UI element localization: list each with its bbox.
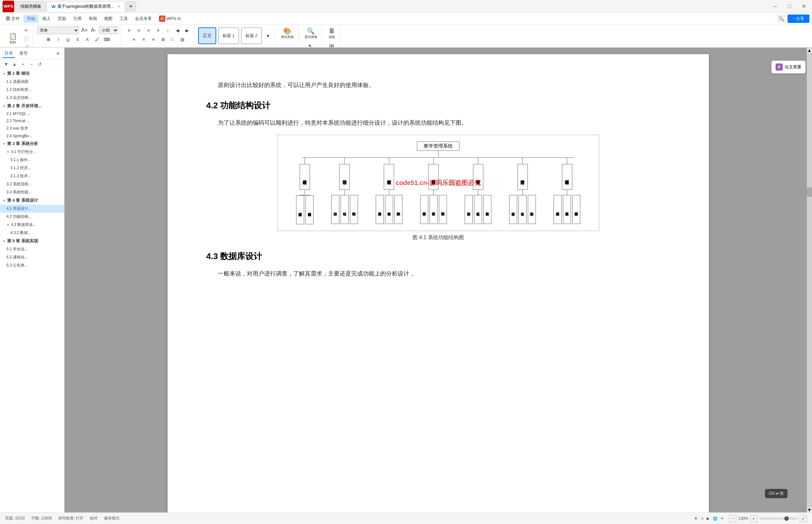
align-center-btn[interactable]: ≡: [135, 27, 143, 34]
toc-2-3[interactable]: 2.3 vue 技术: [0, 125, 64, 132]
find-replace-btn[interactable]: 🔍 查找替换: [302, 27, 319, 40]
toc-3-3[interactable]: 3.3 系统性能...: [0, 188, 64, 196]
view-icon-2[interactable]: ≡: [701, 516, 703, 521]
lunjian-btn[interactable]: G 论文查重: [772, 61, 806, 73]
toc-ch2[interactable]: ▼第 2 章 开发环境...: [0, 102, 64, 110]
toc-remove-btn[interactable]: −: [28, 61, 35, 68]
paste-btn[interactable]: 📋 粘贴: [5, 32, 21, 46]
list-number-btn[interactable]: ≡: [139, 35, 148, 43]
zoom-thumb[interactable]: [784, 516, 789, 521]
toc-4-2[interactable]: 4.2 功能结构...: [0, 213, 64, 221]
sort-btn[interactable]: ≣ 排版: [326, 27, 338, 40]
menu-vip[interactable]: 会员专享: [132, 15, 155, 23]
font-selector[interactable]: 宋体: [37, 27, 79, 34]
toc-ch1[interactable]: ▼第 1 章 绪论: [0, 69, 64, 78]
toc-4-3-2[interactable]: 4.3.2 数据...: [0, 229, 64, 237]
font-size-inc-btn[interactable]: A+: [80, 27, 88, 34]
sidebar-tab-toc[interactable]: 目录: [3, 49, 15, 58]
ch-btn[interactable]: CH ⇌ 简: [765, 489, 788, 498]
underline-btn[interactable]: U: [64, 35, 72, 43]
view-icon-3[interactable]: ▶: [707, 516, 710, 521]
shading-btn[interactable]: ▤: [178, 35, 186, 43]
italic-btn[interactable]: I: [54, 35, 63, 43]
toc-4-1[interactable]: 4.1 界面设计...: [0, 204, 64, 213]
sidebar-close-btn[interactable]: ✕: [54, 50, 62, 57]
char-spacing-btn[interactable]: ⌨: [102, 35, 111, 43]
view-icon-5[interactable]: ✏: [721, 516, 724, 521]
sidebar-tab-chapter[interactable]: 章节: [17, 49, 30, 58]
line-spacing-btn[interactable]: ↕: [164, 27, 172, 34]
scroll-down-btn[interactable]: ▼: [807, 507, 812, 512]
doc-scrollbar[interactable]: [807, 48, 812, 512]
menu-tools[interactable]: 工具: [116, 15, 131, 23]
select-btn[interactable]: ↖ 选择: [305, 42, 317, 48]
toc-2-4[interactable]: 2.4 SpringBo...: [0, 132, 64, 140]
toc-3-1-3[interactable]: 3.1.3 技术...: [0, 172, 64, 180]
border-btn[interactable]: □: [168, 35, 177, 43]
format-painter-btn[interactable]: 🖌: [22, 43, 30, 48]
menu-home[interactable]: 开始: [23, 15, 38, 23]
toc-5-2[interactable]: 5.2 课程信...: [0, 253, 64, 261]
toc-1-1[interactable]: 1.1 选题动因: [0, 78, 64, 86]
toc-3-1-2[interactable]: 3.1.2 经济...: [0, 164, 64, 172]
tab-item-templates[interactable]: 找稿壳模板: [15, 1, 46, 12]
strikethrough-btn[interactable]: S: [73, 35, 82, 43]
table-btn[interactable]: ⊞: [159, 35, 167, 43]
doc-area[interactable]: code51.cn code51.cn code51.cn code51.cn …: [64, 48, 812, 512]
toc-ch4[interactable]: ▼第 4 章 系统设计: [0, 196, 64, 204]
cut-btn[interactable]: ✂: [22, 27, 30, 34]
align-justify-btn[interactable]: ≡: [154, 27, 162, 34]
bold-btn[interactable]: B: [45, 35, 53, 43]
menu-review[interactable]: 审阅: [85, 15, 100, 23]
share-btn[interactable]: ↑分享: [788, 15, 810, 23]
tab-new-btn[interactable]: +: [126, 1, 136, 12]
style-biaoti2-btn[interactable]: 标题 2: [241, 28, 262, 44]
toc-ch5[interactable]: ▼第 5 章 系统实现: [0, 237, 64, 245]
zoom-in-btn[interactable]: +: [750, 515, 757, 522]
close-btn[interactable]: ✕: [798, 2, 809, 11]
toc-refresh-btn[interactable]: ↺: [36, 61, 43, 68]
menu-insert[interactable]: 插入: [39, 15, 54, 23]
row-btn[interactable]: ⊞ 排列: [326, 42, 338, 48]
indent-inc-btn[interactable]: ▶: [183, 27, 192, 34]
toc-ch3[interactable]: ▼第 3 章 系统分析: [0, 140, 64, 148]
zoom-out-btn[interactable]: −: [729, 515, 736, 522]
toc-down-btn[interactable]: ▼: [3, 61, 10, 68]
proofread[interactable]: 校对: [90, 515, 98, 521]
list-bullet-btn[interactable]: ≡: [130, 35, 138, 43]
menu-page[interactable]: 页面: [54, 15, 69, 23]
font-color-btn[interactable]: A: [83, 35, 92, 43]
scroll-up-btn[interactable]: ▲: [807, 48, 812, 53]
list-outline-btn[interactable]: ≡: [149, 35, 158, 43]
menu-ref[interactable]: 引用: [70, 15, 85, 23]
styles-expand-btn[interactable]: ▼: [264, 32, 272, 39]
copy-btn[interactable]: 📄: [22, 35, 30, 43]
toc-2-2[interactable]: 2.2 Tomcat ...: [0, 117, 64, 125]
minimize-btn[interactable]: ─: [769, 2, 781, 11]
toc-5-1[interactable]: 5.1 学生信...: [0, 245, 64, 253]
align-left-btn[interactable]: ≡: [125, 27, 133, 34]
toc-5-3[interactable]: 5.3 公告类...: [0, 261, 64, 269]
view-icon-4[interactable]: 🌐: [713, 516, 717, 521]
highlight-btn[interactable]: 🖊: [93, 35, 101, 43]
toc-3-2[interactable]: 3.2 系统流程...: [0, 180, 64, 188]
toc-4-3[interactable]: ▼4.3 数据库设...: [0, 221, 64, 229]
toc-1-3[interactable]: 1.3 论文结构...: [0, 94, 64, 102]
font-size-dec-btn[interactable]: A-: [89, 27, 98, 34]
align-right-btn[interactable]: ≡: [144, 27, 153, 34]
styles-btn[interactable]: 🎨 查找替换: [279, 27, 296, 40]
toc-3-1[interactable]: ▼3.1 可行性分...: [0, 148, 64, 156]
toc-1-2[interactable]: 1.2 目的和意...: [0, 86, 64, 94]
menu-file[interactable]: ☰ 文件: [3, 15, 23, 23]
tab-item-doc[interactable]: W 基于springboot的数据库原理... ✕: [47, 1, 125, 12]
maximize-btn[interactable]: □: [784, 2, 795, 11]
toc-2-1[interactable]: 2.1 MYSQL ...: [0, 110, 64, 117]
toc-3-1-1[interactable]: 3.1.1 操作...: [0, 156, 64, 164]
tab-close-btn[interactable]: ✕: [117, 4, 120, 9]
style-biaoti1-btn[interactable]: 标题 1: [218, 28, 239, 44]
zoom-slider[interactable]: [759, 517, 798, 520]
style-zhengwen-btn[interactable]: 正文: [198, 28, 216, 44]
scroll-thumb[interactable]: [807, 187, 812, 197]
spell-check[interactable]: 拼写检查: 打开: [58, 515, 84, 521]
toc-add-btn[interactable]: +: [19, 61, 27, 68]
